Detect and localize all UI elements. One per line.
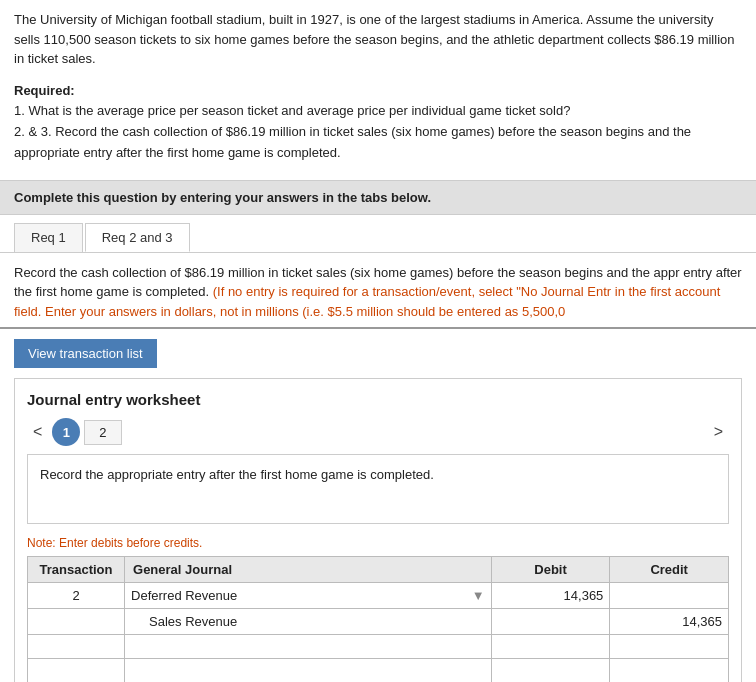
instruction-text: Record the cash collection of $86.19 mil… — [0, 253, 756, 330]
debit-cell[interactable] — [491, 609, 610, 635]
view-btn-row: View transaction list — [0, 329, 756, 378]
col-general-journal: General Journal — [125, 557, 492, 583]
view-transaction-list-button[interactable]: View transaction list — [14, 339, 157, 368]
tab-req2and3[interactable]: Req 2 and 3 — [85, 223, 190, 252]
prev-page-button[interactable]: < — [27, 421, 48, 443]
transaction-cell — [28, 659, 125, 682]
debit-cell[interactable] — [491, 635, 610, 659]
debit-cell[interactable] — [491, 659, 610, 682]
required-label: Required: — [14, 83, 75, 98]
journal-title: Journal entry worksheet — [27, 391, 729, 408]
journal-table: Transaction General Journal Debit Credit… — [27, 556, 729, 682]
transaction-cell — [28, 635, 125, 659]
tab-req1[interactable]: Req 1 — [14, 223, 83, 252]
transaction-cell — [28, 609, 125, 635]
table-row: Sales Revenue 14,365 — [28, 609, 729, 635]
page1-button[interactable]: 1 — [52, 418, 80, 446]
dropdown-icon[interactable]: ▼ — [472, 588, 485, 603]
tabs-row: Req 1 Req 2 and 3 — [0, 215, 756, 253]
credit-cell[interactable] — [610, 583, 729, 609]
account-cell[interactable]: Deferred Revenue ▼ — [125, 583, 492, 609]
table-row — [28, 635, 729, 659]
credit-cell[interactable] — [610, 659, 729, 682]
page2-button[interactable]: 2 — [84, 420, 121, 445]
journal-nav-row: < 1 2 > — [27, 418, 729, 446]
table-row: 2 Deferred Revenue ▼ 14,365 — [28, 583, 729, 609]
credit-cell[interactable]: 14,365 — [610, 609, 729, 635]
complete-banner: Complete this question by entering your … — [0, 180, 756, 215]
transaction-cell: 2 — [28, 583, 125, 609]
account-cell[interactable] — [125, 635, 492, 659]
next-page-button[interactable]: > — [708, 421, 729, 443]
col-transaction: Transaction — [28, 557, 125, 583]
req23-text: 2. & 3. Record the cash collection of $8… — [14, 122, 742, 164]
col-debit: Debit — [491, 557, 610, 583]
account-cell[interactable] — [125, 659, 492, 682]
note-text: Note: Enter debits before credits. — [27, 532, 729, 556]
debit-cell[interactable]: 14,365 — [491, 583, 610, 609]
col-credit: Credit — [610, 557, 729, 583]
table-row — [28, 659, 729, 682]
journal-worksheet: Journal entry worksheet < 1 2 > Record t… — [14, 378, 742, 682]
req1-text: 1. What is the average price per season … — [14, 101, 742, 122]
required-section: Required: 1. What is the average price p… — [0, 77, 756, 172]
entry-description-box: Record the appropriate entry after the f… — [27, 454, 729, 524]
account-cell[interactable]: Sales Revenue — [125, 609, 492, 635]
intro-paragraph: The University of Michigan football stad… — [0, 0, 756, 77]
credit-cell[interactable] — [610, 635, 729, 659]
